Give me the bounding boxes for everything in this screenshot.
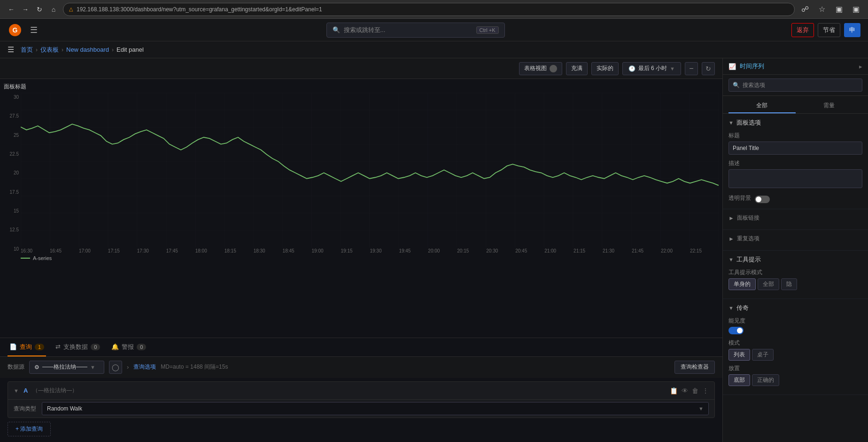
tab-alert[interactable]: 🔔 警报 0 [109,338,148,356]
search-icon: 🔍 [333,26,340,33]
copy-query-icon[interactable]: 📋 [670,387,678,395]
bookmark-icon[interactable]: ☆ [815,3,829,16]
query-inspector-btn[interactable]: 查询检查器 [674,361,715,374]
legend-placement-bottom[interactable]: 底部 [728,374,750,386]
panel-title: 面板标题 [4,83,719,91]
x-label-19: 21:15 [574,248,585,253]
legend-visibility-toggle[interactable] [728,327,744,334]
discard-button[interactable]: 返弃 [791,23,814,37]
breadcrumb-home[interactable]: 首页 [21,46,33,54]
legend-mode-group: 列表 桌子 [728,349,862,361]
legend-placement-right[interactable]: 正确的 [752,374,779,386]
title-field-label: 标题 [728,132,862,140]
chart-svg [21,93,719,247]
back-btn[interactable]: ← [6,4,17,15]
tab-transform[interactable]: ⇄ 支换数据 0 [54,338,102,356]
tooltip-mode-all[interactable]: 全部 [758,278,779,290]
time-range-label: 最后 6 小时 [638,64,667,72]
chart-wrapper: 30 27.5 25 22.5 20 17.5 15 12.5 10 [4,93,719,263]
refresh-btn[interactable]: ↻ [702,62,715,75]
tooltip-collapse-icon: ▼ [728,257,734,262]
translate-icon[interactable]: ☍ [798,3,812,16]
table-view-btn[interactable]: 表格视图 [519,62,562,75]
tooltip-header[interactable]: ▼ 工具提示 [728,255,862,264]
panel-links-title: 面板链接 [737,214,760,222]
description-field-group: 描述 [728,159,862,189]
forward-btn[interactable]: → [20,4,31,15]
svg-rect-2 [21,93,719,247]
query-section: 📄 查询 1 ⇄ 支换数据 0 🔔 警报 0 数据源 [0,338,722,442]
zoom-out-btn[interactable]: − [685,62,698,75]
chart-toolbar: 表格视图 充满 实际的 🕐 最后 6 小时 ▼ − ↻ [0,58,722,79]
grafana-logo[interactable]: G [8,23,23,38]
legend-mode-table[interactable]: 桌子 [752,349,774,361]
datasource-select[interactable]: ⚙ ——格拉法纳—— ▼ [29,361,104,374]
tab-query-count: 1 [35,344,44,350]
tab-all[interactable]: 全部 [728,99,796,113]
legend-section: ▼ 传奇 能见度 模式 列表 桌子 放置 底部 正确的 [723,299,868,395]
time-range-picker[interactable]: 🕐 最后 6 小时 ▼ [622,62,681,75]
breadcrumb-new-dashboard[interactable]: New dashboard [66,46,109,53]
tab-query[interactable]: 📄 查询 1 [8,338,46,356]
save-button[interactable]: 节省 [818,23,840,37]
grafana-search-area: 🔍 搜索或跳转至... Ctrl +K [45,23,786,38]
add-query-button[interactable]: + 添加查询 [8,422,51,436]
panel-links-header[interactable]: ► 面板链接 [728,214,862,222]
legend-label: A-series [33,255,52,261]
actual-btn[interactable]: 实际的 [591,62,619,75]
tooltip-section: ▼ 工具提示 工具提示模式 单身的 全部 隐 [723,251,868,299]
panel-links-section: ► 面板链接 [723,209,868,230]
x-label-3: 17:15 [108,248,120,253]
transparent-toggle[interactable] [755,196,770,203]
panel-links-chevron: ► [728,215,734,221]
table-view-toggle[interactable] [550,65,557,72]
panel-title-input[interactable] [728,142,862,155]
sidebar-toggle[interactable]: ☰ [28,24,39,36]
y-label-175: 17.5 [10,189,19,195]
tab-transform-count: 0 [91,344,100,350]
y-label-25: 25 [14,133,19,138]
x-label-20: 21:30 [603,248,614,253]
legend-visibility-row [728,327,862,334]
panel-options-header[interactable]: ▼ 面板选项 [728,118,862,127]
panel-description-input[interactable] [728,169,862,188]
url-bar[interactable]: △ 192.168.188.138:3000/dashboard/new?utm… [63,3,795,16]
fill-btn[interactable]: 充满 [566,62,588,75]
browser-chrome: ← → ↻ ⌂ △ 192.168.188.138:3000/dashboard… [0,0,868,19]
tab-recommend[interactable]: 需量 [796,99,863,113]
legend-visibility-label: 能见度 [728,317,862,325]
chevron-right-icon: › [127,363,129,371]
extensions-icon[interactable]: ▣ [832,3,845,16]
tooltip-mode-hidden[interactable]: 隐 [781,278,797,290]
options-search-input[interactable]: 🔍 搜索选项 [728,79,862,92]
transform-icon: ⇄ [55,343,61,350]
legend-mode-list[interactable]: 列表 [728,349,750,361]
query-row-body: 查询类型 Random Walk ▼ [8,400,714,418]
query-clock-btn[interactable]: ◯ [109,361,122,374]
panel-options-section: ▼ 面板选项 标题 描述 透明背景 [723,114,868,209]
query-type-select[interactable]: Random Walk ▼ [42,402,709,415]
query-bar: 数据源 ⚙ ——格拉法纳—— ▼ ◯ › 查询选项 MD=auto = 1488… [0,357,722,378]
legend-collapse-icon: ▼ [728,305,734,311]
profile-icon[interactable]: ▣ [849,3,862,16]
query-options-link[interactable]: 查询选项 [133,363,156,371]
reload-btn[interactable]: ↻ [34,4,45,15]
menu-icon[interactable]: ☰ [8,45,14,54]
apply-button[interactable]: 申 [844,23,860,37]
browser-nav: ← → ↻ ⌂ [6,4,59,15]
legend-header[interactable]: ▼ 传奇 [728,304,862,312]
repeat-options-header[interactable]: ► 重复选项 [728,235,862,243]
query-row-chevron[interactable]: ▼ [14,388,19,394]
legend-placement-group: 底部 正确的 [728,374,862,386]
breadcrumb-sep-2: › [62,47,63,53]
tooltip-mode-single[interactable]: 单身的 [728,278,756,290]
delete-query-icon[interactable]: 🗑 [692,387,698,395]
x-axis-labels: 16:30 16:45 17:00 17:15 17:30 17:45 18:0… [4,247,719,253]
hide-query-icon[interactable]: 👁 [682,387,688,395]
breadcrumb-dashboards[interactable]: 仪表板 [40,46,59,54]
home-btn[interactable]: ⌂ [48,4,59,15]
viz-type-icon: 📈 [728,63,736,70]
x-label-1: 16:45 [50,248,62,253]
drag-query-icon[interactable]: ⋮ [702,387,709,395]
global-search[interactable]: 🔍 搜索或跳转至... Ctrl +K [326,23,505,38]
